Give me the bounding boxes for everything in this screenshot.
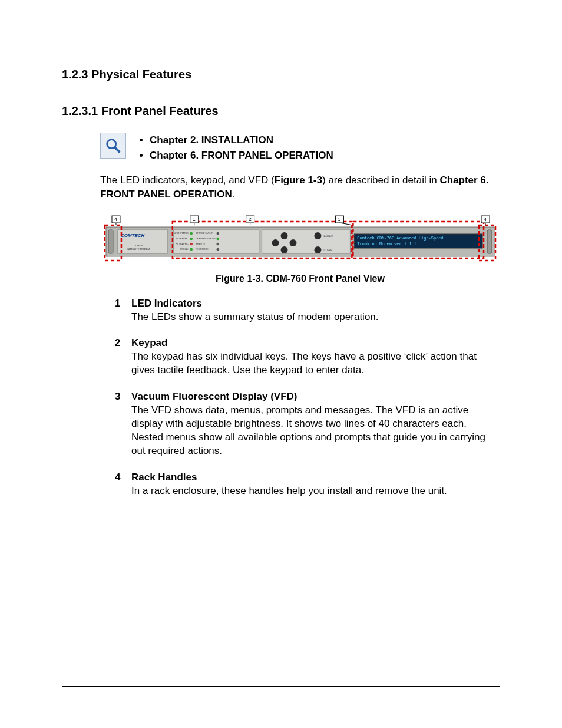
- subsection-heading: 1.2.3.1 Front Panel Features: [62, 104, 500, 118]
- intro-text: .: [232, 189, 235, 200]
- note-bullets: Chapter 2. INSTALLATION Chapter 6. FRONT…: [138, 133, 500, 163]
- svg-line-50: [339, 223, 353, 225]
- svg-point-14: [216, 232, 219, 235]
- item-title: Vacuum Fluorescent Display (VFD): [131, 390, 488, 404]
- svg-point-10: [190, 242, 193, 245]
- svg-text:REMOTE: REMOTE: [196, 243, 206, 245]
- svg-point-22: [281, 232, 288, 239]
- svg-text:TEST MODE: TEST MODE: [196, 248, 209, 251]
- note-bullet: Chapter 6. FRONT PANEL OPERATION: [150, 148, 500, 163]
- list-item: 4 Rack Handles In a rack enclosure, thes…: [115, 471, 488, 498]
- svg-point-25: [281, 246, 288, 253]
- item-desc: The LEDs show a summary status of modem …: [131, 311, 379, 322]
- svg-text:CLEAR: CLEAR: [323, 249, 333, 252]
- item-desc: In a rack enclosure, these handles help …: [131, 485, 447, 496]
- svg-point-12: [190, 248, 193, 251]
- svg-line-1: [115, 147, 120, 152]
- note-row: Chapter 2. INSTALLATION Chapter 6. FRONT…: [100, 133, 500, 163]
- item-number: 2: [115, 337, 123, 377]
- model-text: CDM-760: [134, 244, 145, 247]
- svg-point-18: [216, 242, 219, 245]
- note-bullet: Chapter 2. INSTALLATION: [150, 133, 500, 148]
- model-text: SATELLITE MODEM: [127, 248, 150, 251]
- footer-rule: [62, 686, 500, 687]
- figure-front-panel: COMTECH CDM-760 SATELLITE MODEM UNIT STA…: [100, 213, 500, 266]
- item-number: 1: [115, 297, 123, 324]
- svg-point-27: [314, 246, 321, 253]
- svg-point-23: [272, 239, 279, 246]
- svg-text:3: 3: [338, 216, 340, 222]
- subsection-container: 1.2.3.1 Front Panel Features: [62, 98, 500, 118]
- svg-point-16: [216, 237, 219, 240]
- svg-text:TRANSMITTER ON: TRANSMITTER ON: [196, 238, 216, 240]
- svg-point-26: [314, 232, 321, 239]
- item-title: LED Indicators: [131, 297, 379, 311]
- svg-point-20: [216, 248, 219, 251]
- svg-text:Tx TRAFFIC: Tx TRAFFIC: [176, 238, 189, 240]
- intro-text: ) are described in detail in: [322, 174, 439, 186]
- front-panel-svg: COMTECH CDM-760 SATELLITE MODEM UNIT STA…: [100, 213, 500, 266]
- vfd-line1: Comtech CDM-760 Advanced High-Speed: [357, 236, 443, 241]
- item-number: 4: [115, 471, 123, 498]
- item-desc: The VFD shows data, menus, prompts and m…: [131, 404, 485, 456]
- svg-text:1: 1: [193, 216, 196, 222]
- vfd-line2: Trunking Modem ver 1.1.1: [357, 242, 416, 246]
- brand-text: COMTECH: [121, 233, 145, 238]
- figure-reference: Figure 1-3: [275, 174, 322, 186]
- item-desc: The keypad has six individual keys. The …: [131, 351, 477, 375]
- svg-text:ENTER: ENTER: [323, 235, 333, 238]
- item-title: Keypad: [131, 337, 488, 350]
- intro-paragraph: The LED indicators, keypad, and VFD (Fig…: [100, 173, 500, 202]
- svg-point-24: [290, 239, 297, 246]
- svg-text:STORED EVENT: STORED EVENT: [196, 232, 213, 235]
- svg-point-8: [190, 237, 193, 240]
- section-heading: 1.2.3 Physical Features: [62, 68, 500, 81]
- svg-text:ONLINE: ONLINE: [180, 248, 189, 251]
- svg-text:4: 4: [114, 216, 117, 222]
- svg-rect-32: [487, 230, 492, 253]
- svg-text:UNIT STATUS: UNIT STATUS: [174, 232, 189, 235]
- intro-text: The LED indicators, keypad, and VFD (: [100, 174, 275, 186]
- item-number: 3: [115, 390, 123, 458]
- svg-text:Rx TRAFFIC: Rx TRAFFIC: [176, 243, 189, 245]
- list-item: 2 Keypad The keypad has six individual k…: [115, 337, 488, 377]
- svg-text:4: 4: [484, 216, 487, 222]
- svg-text:2: 2: [249, 216, 252, 222]
- feature-list: 1 LED Indicators The LEDs show a summary…: [115, 297, 488, 498]
- item-title: Rack Handles: [131, 471, 447, 485]
- list-item: 1 LED Indicators The LEDs show a summary…: [115, 297, 488, 324]
- magnifier-icon: [100, 133, 126, 159]
- figure-caption: Figure 1-3. CDM-760 Front Panel View: [100, 274, 500, 284]
- svg-rect-31: [108, 230, 113, 253]
- list-item: 3 Vacuum Fluorescent Display (VFD) The V…: [115, 390, 488, 458]
- svg-point-6: [190, 232, 193, 235]
